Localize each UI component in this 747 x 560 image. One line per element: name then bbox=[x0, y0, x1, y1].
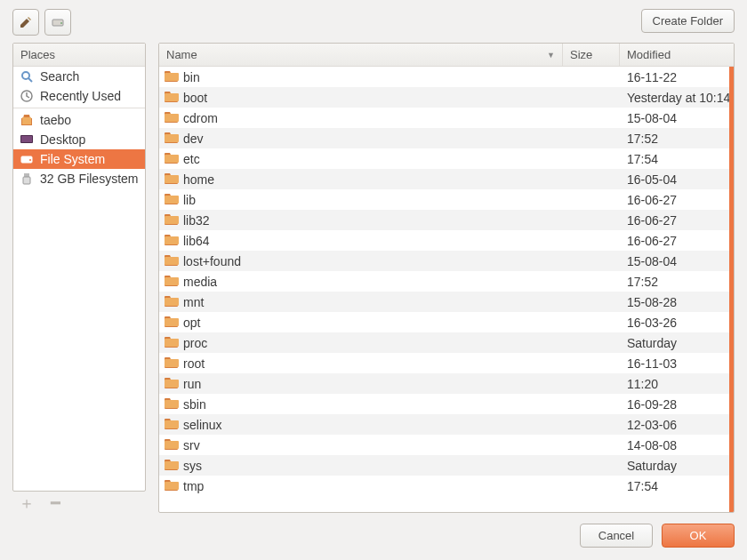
svg-rect-31 bbox=[165, 461, 179, 469]
table-row[interactable]: lib6416-06-27 bbox=[159, 230, 734, 251]
file-name: boot bbox=[183, 91, 207, 105]
svg-rect-21 bbox=[165, 257, 179, 265]
sidebar-item-label: File System bbox=[40, 152, 105, 166]
svg-point-2 bbox=[22, 72, 29, 79]
drive-button[interactable] bbox=[44, 9, 71, 36]
file-name: tmp bbox=[183, 479, 204, 493]
file-name: home bbox=[183, 172, 214, 187]
table-row[interactable]: media17:52 bbox=[159, 271, 734, 292]
sidebar-item-desktop[interactable]: Desktop bbox=[13, 130, 145, 149]
folder-icon bbox=[165, 315, 179, 330]
table-row[interactable]: bootYesterday at 10:14 bbox=[159, 87, 734, 108]
table-row[interactable]: lib16-06-27 bbox=[159, 189, 734, 210]
svg-rect-12 bbox=[165, 73, 179, 81]
file-name: proc bbox=[183, 336, 207, 350]
svg-line-3 bbox=[28, 78, 32, 82]
sort-indicator-icon: ▼ bbox=[547, 51, 555, 60]
file-name: root bbox=[183, 356, 205, 371]
file-modified: 15-08-28 bbox=[620, 295, 734, 309]
places-sidebar: Places SearchRecently UsedtaeboDesktopFi… bbox=[12, 43, 146, 513]
table-row[interactable]: dev17:52 bbox=[159, 128, 734, 148]
file-modified: 12-03-06 bbox=[620, 418, 734, 432]
file-modified: Saturday bbox=[620, 459, 734, 473]
svg-rect-29 bbox=[165, 420, 179, 428]
table-row[interactable]: sysSaturday bbox=[159, 455, 734, 476]
create-folder-button[interactable]: Create Folder bbox=[641, 9, 735, 33]
file-modified: 16-06-27 bbox=[620, 193, 734, 207]
column-size[interactable]: Size bbox=[563, 44, 620, 66]
svg-rect-19 bbox=[165, 216, 179, 224]
column-name[interactable]: Name ▼ bbox=[159, 44, 563, 66]
ok-button[interactable]: OK bbox=[662, 524, 735, 548]
sidebar-item-label: taebo bbox=[40, 113, 71, 127]
places-header: Places bbox=[13, 44, 145, 67]
svg-rect-22 bbox=[165, 277, 179, 285]
sidebar-controls: ＋ ━ bbox=[12, 492, 146, 513]
folder-icon bbox=[165, 253, 179, 268]
drive-icon bbox=[19, 152, 35, 166]
sidebar-item-taebo[interactable]: taebo bbox=[13, 110, 145, 130]
sidebar-item-label: Desktop bbox=[40, 132, 85, 147]
folder-icon bbox=[165, 356, 179, 371]
svg-rect-5 bbox=[22, 117, 31, 124]
file-modified: 16-09-28 bbox=[620, 397, 734, 412]
search-icon bbox=[19, 69, 35, 84]
table-row[interactable]: run11:20 bbox=[159, 373, 734, 394]
desktop-icon bbox=[19, 132, 35, 147]
table-row[interactable]: lib3216-06-27 bbox=[159, 210, 734, 230]
file-list: Name ▼ Size Modified bin16-11-22bootYest… bbox=[158, 43, 735, 513]
scrollbar[interactable] bbox=[729, 67, 734, 512]
table-row[interactable]: selinux12-03-06 bbox=[159, 414, 734, 435]
column-modified[interactable]: Modified bbox=[620, 44, 734, 66]
file-modified: 16-06-27 bbox=[620, 234, 734, 248]
file-name: media bbox=[183, 275, 217, 289]
file-modified: 17:54 bbox=[620, 479, 734, 493]
file-modified: 14-08-08 bbox=[620, 438, 734, 452]
svg-rect-10 bbox=[24, 173, 29, 177]
folder-icon bbox=[165, 294, 179, 309]
file-modified: 15-08-04 bbox=[620, 254, 734, 268]
svg-rect-13 bbox=[165, 93, 179, 101]
svg-rect-32 bbox=[165, 482, 179, 490]
sidebar-item-file-system[interactable]: File System bbox=[13, 149, 145, 169]
svg-rect-16 bbox=[165, 155, 179, 163]
table-row[interactable]: sbin16-09-28 bbox=[159, 394, 734, 414]
file-name: run bbox=[183, 377, 201, 391]
table-row[interactable]: root16-11-03 bbox=[159, 353, 734, 373]
folder-icon bbox=[165, 458, 179, 473]
table-row[interactable]: procSaturday bbox=[159, 332, 734, 353]
table-row[interactable]: home16-05-04 bbox=[159, 169, 734, 189]
table-row[interactable]: cdrom15-08-04 bbox=[159, 108, 734, 128]
file-name: bin bbox=[183, 70, 200, 84]
table-row[interactable]: mnt15-08-28 bbox=[159, 292, 734, 312]
folder-icon bbox=[165, 396, 179, 412]
table-row[interactable]: srv14-08-08 bbox=[159, 435, 734, 455]
sidebar-item-search[interactable]: Search bbox=[13, 67, 145, 86]
file-name: cdrom bbox=[183, 111, 218, 125]
folder-icon bbox=[165, 478, 179, 493]
table-row[interactable]: lost+found15-08-04 bbox=[159, 251, 734, 271]
column-name-label: Name bbox=[166, 48, 197, 61]
svg-rect-11 bbox=[23, 177, 30, 184]
edit-path-button[interactable] bbox=[12, 9, 39, 36]
dialog-footer: Cancel OK bbox=[0, 513, 747, 560]
file-name: lib bbox=[183, 193, 196, 207]
sidebar-item-recently-used[interactable]: Recently Used bbox=[13, 86, 145, 106]
recent-icon bbox=[19, 89, 35, 103]
cancel-button[interactable]: Cancel bbox=[580, 524, 653, 548]
pencil-icon bbox=[19, 15, 33, 29]
svg-rect-25 bbox=[165, 339, 179, 347]
sidebar-item-32-gb-filesystem[interactable]: 32 GB Filesystem bbox=[13, 169, 145, 188]
remove-bookmark-button[interactable]: ━ bbox=[44, 497, 66, 513]
table-row[interactable]: tmp17:54 bbox=[159, 476, 734, 496]
file-modified: 17:54 bbox=[620, 152, 734, 166]
file-name: opt bbox=[183, 316, 200, 330]
table-row[interactable]: bin16-11-22 bbox=[159, 67, 734, 87]
add-bookmark-button[interactable]: ＋ bbox=[16, 497, 37, 513]
svg-rect-14 bbox=[165, 114, 179, 122]
file-name: sbin bbox=[183, 397, 206, 412]
table-row[interactable]: etc17:54 bbox=[159, 148, 734, 169]
folder-icon bbox=[165, 131, 179, 146]
folder-icon bbox=[165, 212, 179, 228]
table-row[interactable]: opt16-03-26 bbox=[159, 312, 734, 332]
